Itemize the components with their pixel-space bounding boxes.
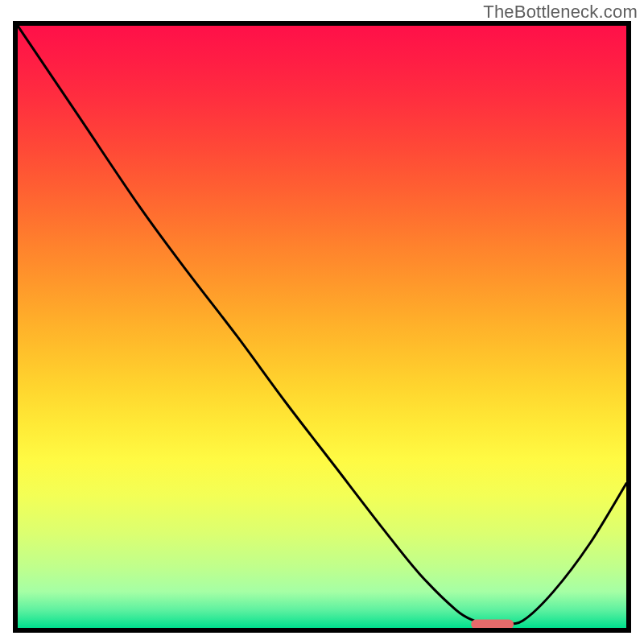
watermark: TheBottleneck.com [483, 2, 638, 23]
min-marker [471, 620, 514, 628]
marker-layer [18, 26, 626, 628]
plot-area [18, 26, 626, 628]
chart-frame [13, 21, 631, 633]
